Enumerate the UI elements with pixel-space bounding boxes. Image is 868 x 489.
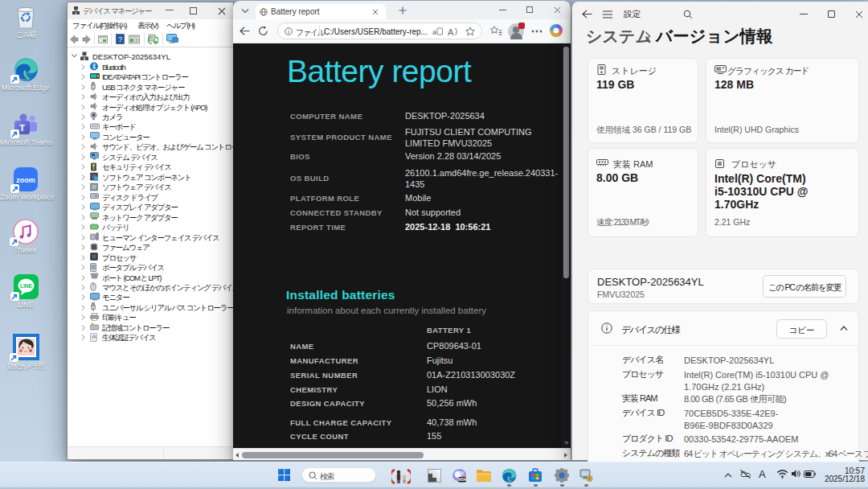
svg-text:A: A	[448, 27, 454, 36]
svg-text:zoom: zoom	[16, 176, 35, 184]
svg-text:?: ?	[118, 35, 122, 43]
svg-text:LINE: LINE	[20, 283, 32, 289]
svg-text:a: a	[432, 28, 436, 36]
svg-text:T: T	[19, 123, 25, 133]
svg-text:MSN: MSN	[458, 478, 467, 482]
